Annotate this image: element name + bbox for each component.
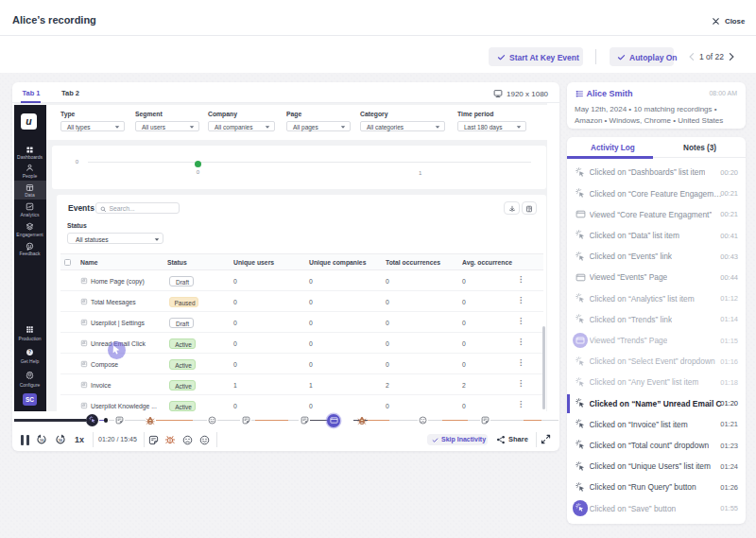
- svg-text:?: ?: [28, 350, 31, 355]
